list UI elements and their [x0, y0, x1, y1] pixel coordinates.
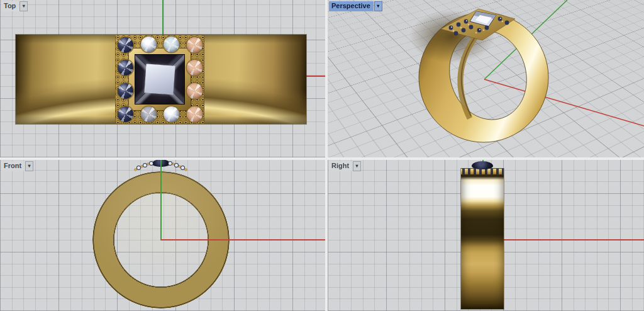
y-axis-line	[160, 160, 162, 240]
viewport-title-right[interactable]: Right ▾	[329, 161, 361, 171]
chevron-down-icon[interactable]: ▾	[353, 161, 361, 171]
accent-gem	[181, 166, 184, 169]
accent-gem[interactable]	[164, 106, 179, 122]
viewport-title-label[interactable]: Front	[1, 161, 25, 171]
chevron-down-icon[interactable]: ▾	[374, 1, 382, 11]
accent-gem[interactable]	[118, 106, 133, 122]
viewport-front[interactable]: Front ▾	[0, 160, 325, 311]
perspective-scene	[328, 0, 644, 157]
accent-gem	[143, 164, 147, 167]
viewport-title-front[interactable]: Front ▾	[1, 161, 33, 171]
accent-gem	[137, 166, 140, 169]
chevron-down-icon[interactable]: ▾	[25, 161, 33, 171]
accent-gem[interactable]	[118, 60, 133, 76]
center-stone[interactable]	[135, 54, 185, 105]
accent-gem[interactable]	[141, 106, 157, 122]
gold-bead	[185, 169, 187, 171]
accent-gem[interactable]	[118, 83, 133, 99]
center-stone-table	[144, 64, 175, 94]
gold-bead	[179, 166, 180, 167]
ring-band-right-view[interactable]	[461, 169, 504, 309]
accent-gem[interactable]	[187, 60, 203, 76]
accent-gem	[169, 162, 172, 165]
accent-gem[interactable]	[187, 37, 203, 53]
viewport-right[interactable]: Right ▾	[328, 160, 644, 311]
accent-gem[interactable]	[141, 37, 157, 52]
accent-gem[interactable]	[187, 106, 203, 122]
viewport-perspective[interactable]: Perspective ▾	[328, 0, 644, 157]
x-axis-line	[161, 239, 325, 240]
accent-gem[interactable]	[187, 83, 203, 99]
gold-bead	[147, 163, 149, 165]
viewport-title-top[interactable]: Top ▾	[1, 1, 28, 11]
viewport-layout: Top ▾	[0, 0, 644, 311]
center-stone-bezel[interactable]	[128, 48, 191, 111]
viewport-title-perspective[interactable]: Perspective ▾	[329, 1, 382, 11]
viewport-title-label[interactable]: Top	[1, 1, 19, 11]
gold-bead	[172, 163, 174, 165]
x-axis-line	[482, 239, 644, 240]
gold-bead	[135, 169, 136, 171]
viewport-top[interactable]: Top ▾	[0, 0, 325, 157]
accent-gem	[150, 162, 153, 165]
gold-bead	[141, 166, 143, 167]
accent-gem[interactable]	[118, 37, 133, 53]
accent-gem	[175, 164, 178, 167]
viewport-title-label[interactable]: Perspective	[329, 1, 374, 11]
viewport-title-label[interactable]: Right	[329, 161, 352, 171]
chevron-down-icon[interactable]: ▾	[19, 1, 28, 11]
accent-gem[interactable]	[164, 37, 179, 52]
center-stone-side-view[interactable]	[472, 161, 493, 169]
